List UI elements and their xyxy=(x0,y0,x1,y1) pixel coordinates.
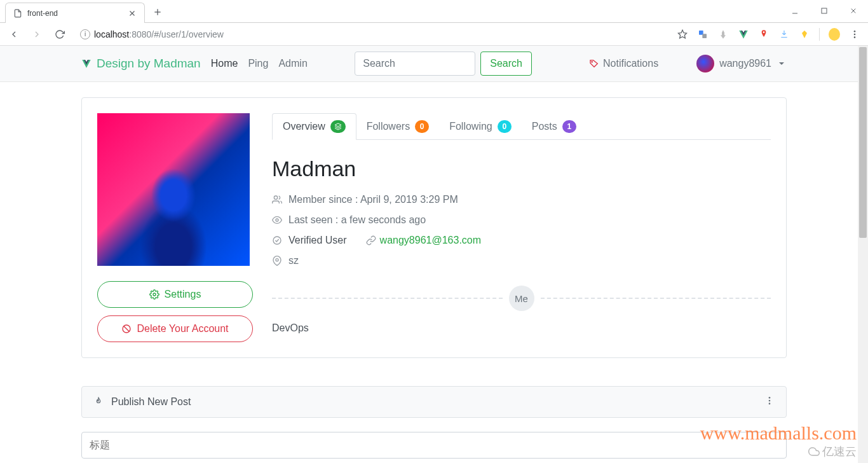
brand[interactable]: Design by Madman xyxy=(81,57,201,71)
avatar xyxy=(696,55,714,73)
delete-account-button[interactable]: Delete Your Account xyxy=(97,315,253,342)
svg-point-24 xyxy=(769,397,771,399)
following-count: 0 xyxy=(498,120,512,133)
verified-text: Verified User xyxy=(288,235,347,246)
last-seen-row: Last seen : a few seconds ago xyxy=(272,214,771,226)
svg-point-26 xyxy=(769,403,771,404)
search-group: Search xyxy=(355,52,532,76)
browser-chrome: front-end i localhost:8080/#/user/1/over… xyxy=(0,0,868,46)
email-text: wangy8961@163.com xyxy=(380,235,481,246)
close-window-button[interactable] xyxy=(839,0,868,22)
svg-point-25 xyxy=(769,400,771,402)
map-pin-icon xyxy=(272,256,282,266)
nav-link-admin[interactable]: Admin xyxy=(278,58,307,69)
profile-name: Madman xyxy=(272,156,771,181)
eye-icon xyxy=(272,215,282,225)
delete-label: Delete Your Account xyxy=(137,323,228,335)
nav-link-home[interactable]: Home xyxy=(211,58,238,69)
fire-icon xyxy=(93,397,104,407)
maximize-button[interactable] xyxy=(810,0,839,22)
member-since-row: Member since : April 9, 2019 3:29 PM xyxy=(272,194,771,205)
tag-icon xyxy=(589,59,599,69)
check-circle-icon xyxy=(272,235,282,245)
verified-row: Verified User wangy8961@163.com xyxy=(272,235,771,246)
reload-button[interactable] xyxy=(51,25,69,43)
svg-point-21 xyxy=(276,219,278,221)
svg-point-14 xyxy=(854,36,856,38)
user-menu[interactable]: wangy8961 xyxy=(696,55,787,73)
info-icon[interactable]: i xyxy=(80,29,90,39)
address-bar: i localhost:8080/#/user/1/overview xyxy=(0,23,868,46)
location-row: sz xyxy=(272,255,771,266)
chevron-down-icon xyxy=(776,59,787,69)
svg-rect-5 xyxy=(822,8,827,13)
svg-point-13 xyxy=(854,33,856,35)
email-link[interactable]: wangy8961@163.com xyxy=(366,235,481,246)
svg-rect-10 xyxy=(702,34,707,38)
minimize-button[interactable] xyxy=(780,0,810,22)
svg-point-22 xyxy=(273,237,281,244)
menu-icon[interactable] xyxy=(849,29,860,40)
svg-point-15 xyxy=(592,62,592,62)
vue-logo-icon xyxy=(81,59,92,69)
url-box[interactable]: i localhost:8080/#/user/1/overview xyxy=(74,25,664,43)
tab-followers-label: Followers xyxy=(367,121,410,132)
followers-count: 0 xyxy=(415,120,429,133)
svg-line-18 xyxy=(124,326,130,332)
new-tab-button[interactable] xyxy=(149,3,166,21)
more-button[interactable] xyxy=(764,396,775,408)
extension-icon[interactable] xyxy=(717,29,729,40)
cloud-icon xyxy=(808,446,820,457)
search-button[interactable]: Search xyxy=(480,52,532,76)
publish-card: Publish New Post xyxy=(81,386,787,418)
browser-tab[interactable]: front-end xyxy=(5,3,145,23)
brand-text: Design by Madman xyxy=(97,57,201,71)
last-seen-text: Last seen : a few seconds ago xyxy=(288,214,426,226)
tab-title: front-end xyxy=(27,9,123,18)
nav-links: Home Ping Admin xyxy=(211,58,308,69)
divider-badge: Me xyxy=(509,286,534,311)
scrollbar[interactable] xyxy=(858,46,868,463)
post-title-wrap xyxy=(81,432,787,459)
publish-title: Publish New Post xyxy=(111,396,191,408)
search-input[interactable] xyxy=(355,52,475,76)
star-icon[interactable] xyxy=(677,29,688,40)
location-text: sz xyxy=(288,255,299,266)
pin-icon[interactable] xyxy=(758,29,770,40)
profile-sidebar: Settings Delete Your Account xyxy=(97,113,253,342)
nav-link-ping[interactable]: Ping xyxy=(248,58,268,69)
browser-tab-bar: front-end xyxy=(0,0,868,23)
navbar: Design by Madman Home Ping Admin Search … xyxy=(0,46,868,82)
profile-avatar-icon[interactable] xyxy=(829,29,840,40)
svg-point-20 xyxy=(274,196,277,199)
tab-following-label: Following xyxy=(449,121,492,132)
address-bar-icons xyxy=(677,28,860,41)
tab-overview-label: Overview xyxy=(283,121,325,132)
tab-followers[interactable]: Followers 0 xyxy=(356,113,439,139)
vue-icon[interactable] xyxy=(738,29,749,40)
svg-point-16 xyxy=(153,293,156,296)
tab-posts[interactable]: Posts 1 xyxy=(522,113,587,139)
back-button[interactable] xyxy=(5,25,23,43)
tab-following[interactable]: Following 0 xyxy=(439,113,522,139)
profile-main: Overview Followers 0 Following 0 Posts 1 xyxy=(272,113,771,342)
ban-icon xyxy=(121,324,132,334)
download-icon[interactable] xyxy=(778,29,790,40)
svg-point-11 xyxy=(763,31,765,33)
svg-point-23 xyxy=(276,259,278,261)
settings-button[interactable]: Settings xyxy=(97,281,253,308)
svg-point-12 xyxy=(854,31,856,32)
diamond-icon[interactable] xyxy=(799,29,810,40)
bio-text: DevOps xyxy=(272,322,771,334)
profile-card: Settings Delete Your Account Overview Fo… xyxy=(81,97,787,358)
layers-icon xyxy=(330,120,346,133)
notifications-link[interactable]: Notifications xyxy=(589,58,658,69)
post-title-input[interactable] xyxy=(81,432,787,459)
forward-button[interactable] xyxy=(28,25,46,43)
close-icon[interactable] xyxy=(128,9,137,18)
translate-icon[interactable] xyxy=(697,29,709,40)
member-since-text: Member since : April 9, 2019 3:29 PM xyxy=(288,194,458,205)
notifications-label: Notifications xyxy=(603,58,658,69)
tab-overview[interactable]: Overview xyxy=(272,113,356,140)
svg-marker-8 xyxy=(678,30,686,38)
